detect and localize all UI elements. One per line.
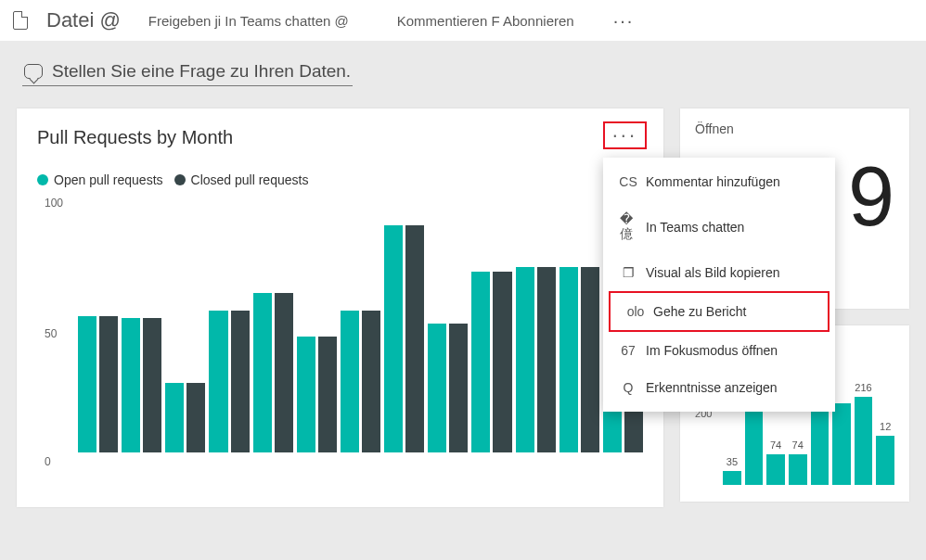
bar-group	[122, 195, 161, 452]
context-menu-icon: 67	[620, 343, 637, 358]
bar-group	[516, 195, 556, 452]
bar-closed[interactable]	[449, 324, 468, 452]
bar-closed[interactable]	[493, 272, 511, 452]
share-menu[interactable]: Freigeben ji In Teams chatten @	[141, 9, 356, 32]
legend-dot-open	[37, 174, 48, 185]
bar-open[interactable]	[253, 293, 272, 452]
context-menu-icon: olo	[627, 304, 644, 319]
context-menu-label: Gehe zu Bericht	[653, 304, 746, 319]
context-menu-item[interactable]: 67Im Fokusmodus öffnen	[603, 332, 835, 369]
bar-closed[interactable]	[231, 311, 250, 452]
mini-bar-label: 12	[880, 421, 891, 432]
mini-bar[interactable]	[832, 403, 851, 485]
mini-bar-label: 35	[727, 456, 738, 467]
bar-closed[interactable]	[99, 316, 118, 452]
context-menu-icon: Q	[620, 380, 637, 395]
more-menu[interactable]: ···	[606, 6, 642, 35]
bar-open[interactable]	[516, 267, 534, 452]
bar-group	[384, 195, 424, 452]
bar-group	[471, 195, 511, 452]
context-menu-label: Visual als Bild kopieren	[646, 265, 780, 280]
chart-plot	[78, 195, 643, 452]
bar-group	[209, 195, 249, 452]
qa-bar: Stellen Sie eine Frage zu Ihren Daten.	[0, 41, 926, 95]
mini-bar-label: 74	[770, 439, 781, 451]
bar-group	[559, 195, 599, 452]
context-menu-item[interactable]: CSKommentar hinzufügen	[603, 163, 835, 200]
mini-bar[interactable]: 202	[745, 402, 764, 485]
context-menu-item[interactable]: �億In Teams chatten	[603, 200, 835, 254]
context-menu-item[interactable]: oloGehe zu Bericht	[609, 291, 830, 332]
bar-closed[interactable]	[362, 311, 380, 452]
bar-group	[341, 195, 380, 452]
legend-open-label: Open pull requests	[54, 172, 163, 187]
bar-open[interactable]	[341, 311, 359, 452]
bar-closed[interactable]	[318, 337, 337, 452]
bar-open[interactable]	[78, 316, 96, 452]
context-menu-label: Kommentar hinzufügen	[646, 174, 780, 189]
kpi-title: Öffnen	[695, 121, 894, 136]
bar-closed[interactable]	[405, 225, 424, 452]
bar-closed[interactable]	[581, 267, 599, 452]
comment-menu[interactable]: Kommentieren F Abonnieren	[390, 9, 582, 32]
bar-closed[interactable]	[537, 267, 556, 452]
context-menu-icon: CS	[620, 174, 637, 189]
bar-open[interactable]	[559, 267, 578, 452]
bar-open[interactable]	[165, 383, 184, 452]
mini-bar[interactable]: 35	[723, 471, 741, 485]
bar-group	[78, 195, 118, 452]
legend-dot-closed	[174, 174, 186, 185]
bar-closed[interactable]	[275, 293, 293, 452]
context-menu-icon: �億	[620, 211, 637, 243]
mini-bar[interactable]	[811, 412, 830, 485]
mini-bar-label: 74	[792, 439, 804, 451]
bar-closed[interactable]	[143, 318, 161, 452]
top-toolbar: Datei @ Freigeben ji In Teams chatten @ …	[0, 0, 926, 41]
y-tick: 100	[45, 197, 63, 210]
file-icon	[13, 11, 28, 30]
y-tick: 50	[45, 327, 57, 340]
bar-closed[interactable]	[186, 383, 205, 452]
bar-group	[428, 195, 468, 452]
mini-bar[interactable]: 12	[876, 436, 894, 485]
y-tick: 0	[45, 455, 51, 468]
card-pull-requests: Pull Requests by Month ··· Open pull req…	[17, 108, 663, 507]
chart-legend: Open pull requests Closed pull requests	[37, 172, 643, 187]
bar-group	[253, 195, 293, 452]
mini-bar-label: 216	[855, 382, 871, 393]
bar-group	[297, 195, 337, 452]
bar-open[interactable]	[122, 318, 140, 452]
legend-closed-label: Closed pull requests	[191, 172, 309, 187]
file-menu[interactable]: Datei @	[39, 5, 128, 36]
bar-group	[165, 195, 205, 452]
context-menu-label: In Teams chatten	[646, 220, 744, 235]
bar-chart: 100 50 0	[54, 195, 643, 473]
bar-open[interactable]	[384, 225, 403, 452]
qa-placeholder: Stellen Sie eine Frage zu Ihren Daten.	[52, 61, 351, 82]
context-menu-label: Erkenntnisse anzeigen	[646, 380, 778, 395]
card-title: Pull Requests by Month	[37, 127, 643, 148]
mini-bar[interactable]: 216	[855, 397, 873, 485]
mini-bar[interactable]: 74	[766, 454, 785, 485]
card-more-button[interactable]: ···	[603, 121, 647, 149]
context-menu-item[interactable]: QErkenntnisse anzeigen	[603, 369, 835, 406]
context-menu-item[interactable]: ❐Visual als Bild kopieren	[603, 254, 835, 291]
bar-open[interactable]	[428, 324, 446, 452]
context-menu-icon: ❐	[620, 265, 637, 280]
context-menu: CSKommentar hinzufügen�億In Teams chatten…	[603, 158, 835, 412]
chat-icon	[24, 64, 43, 79]
bar-open[interactable]	[471, 272, 490, 452]
bar-open[interactable]	[297, 337, 315, 452]
qa-input[interactable]: Stellen Sie eine Frage zu Ihren Daten.	[22, 57, 353, 86]
bar-open[interactable]	[209, 311, 227, 452]
context-menu-label: Im Fokusmodus öffnen	[646, 343, 778, 358]
mini-bar[interactable]: 74	[789, 454, 807, 485]
